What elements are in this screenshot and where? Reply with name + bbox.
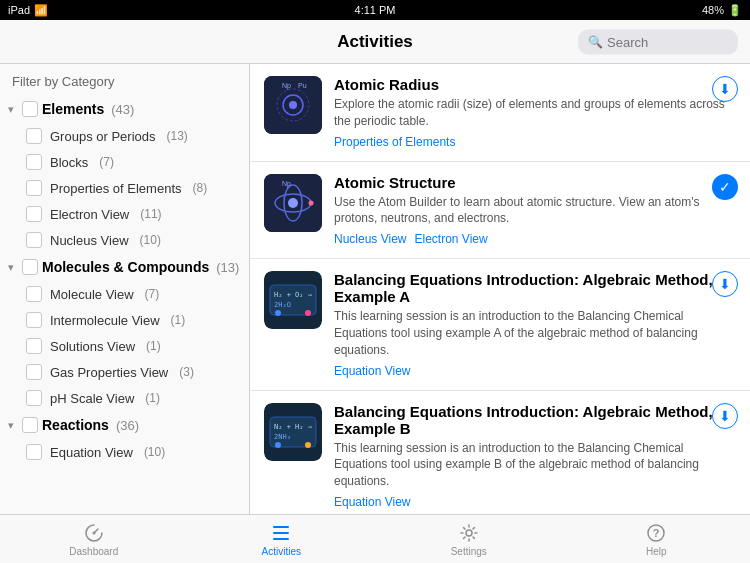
- checkbox-electron[interactable]: [26, 206, 42, 222]
- activity-info-atomic-radius: Atomic Radius Explore the atomic radii (…: [334, 76, 736, 149]
- tag-electron-view[interactable]: Electron View: [414, 232, 487, 246]
- checkbox-properties[interactable]: [26, 180, 42, 196]
- activity-thumb-balancing-alg-b: N₂ + H₂ → 2NH₃: [264, 403, 322, 461]
- svg-point-17: [275, 310, 281, 316]
- sidebar-item-nucleus[interactable]: Nucleus View (10): [0, 227, 249, 253]
- thumb-svg-atomic-structure: Np: [264, 174, 322, 232]
- svg-text:Np: Np: [282, 180, 291, 188]
- svg-rect-33: [273, 538, 289, 540]
- status-time: 4:11 PM: [355, 4, 396, 16]
- svg-point-10: [309, 200, 314, 205]
- sidebar-count-elements: (43): [111, 102, 134, 117]
- checkbox-equation[interactable]: [26, 444, 42, 460]
- activity-thumb-atomic-radius: Np Pu: [264, 76, 322, 134]
- svg-point-34: [466, 530, 472, 536]
- checkbox-nucleus[interactable]: [26, 232, 42, 248]
- tag-properties-of-elements[interactable]: Properties of Elements: [334, 135, 455, 149]
- download-button-balancing-alg-b[interactable]: ⬇: [712, 403, 738, 429]
- activity-tags-balancing-alg-b: Equation View: [334, 495, 736, 509]
- svg-text:N₂ + H₂ →: N₂ + H₂ →: [274, 423, 312, 431]
- checkbox-molecule-view[interactable]: [26, 286, 42, 302]
- sidebar: Filter by Category ▾ Elements (43) Group…: [0, 64, 250, 514]
- tag-nucleus-view[interactable]: Nucleus View: [334, 232, 406, 246]
- sidebar-section-molecules: ▾ Molecules & Compounds (13) Molecule Vi…: [0, 253, 249, 411]
- sidebar-item-groups[interactable]: Groups or Periods (13): [0, 123, 249, 149]
- tab-bar: Dashboard Activities Settings ? Help: [0, 514, 750, 563]
- checkbox-blocks[interactable]: [26, 154, 42, 170]
- sidebar-item-blocks[interactable]: Blocks (7): [0, 149, 249, 175]
- svg-point-22: [305, 442, 311, 448]
- sidebar-item-gas[interactable]: Gas Properties View (3): [0, 359, 249, 385]
- nav-bar: Activities 🔍: [0, 20, 750, 64]
- activity-title-balancing-alg-b: Balancing Equations Introduction: Algebr…: [334, 403, 736, 437]
- count-electron: (11): [140, 207, 161, 221]
- nav-title: Activities: [337, 32, 413, 52]
- count-gas: (3): [179, 365, 194, 379]
- label-intermolecule: Intermolecule View: [50, 313, 160, 328]
- tab-help[interactable]: ? Help: [563, 522, 751, 557]
- sidebar-item-intermolecule[interactable]: Intermolecule View (1): [0, 307, 249, 333]
- tag-equation-view-alg-a[interactable]: Equation View: [334, 364, 411, 378]
- sidebar-item-ph[interactable]: pH Scale View (1): [0, 385, 249, 411]
- tab-settings[interactable]: Settings: [375, 522, 563, 557]
- tab-activities[interactable]: Activities: [188, 522, 376, 557]
- thumb-svg-balancing-alg-a: H₂ + O₂ → 2H₂O: [264, 271, 322, 329]
- checkbox-ph[interactable]: [26, 390, 42, 406]
- search-bar[interactable]: 🔍: [578, 29, 738, 54]
- sidebar-parent-reactions[interactable]: ▾ Reactions (36): [0, 411, 249, 439]
- activity-thumb-balancing-alg-a: H₂ + O₂ → 2H₂O: [264, 271, 322, 329]
- sidebar-item-properties[interactable]: Properties of Elements (8): [0, 175, 249, 201]
- checkbox-intermolecule[interactable]: [26, 312, 42, 328]
- sidebar-item-solutions[interactable]: Solutions View (1): [0, 333, 249, 359]
- checkbox-gas[interactable]: [26, 364, 42, 380]
- tab-label-dashboard: Dashboard: [69, 546, 118, 557]
- activity-tags-atomic-structure: Nucleus View Electron View: [334, 232, 736, 246]
- activity-item-balancing-alg-b: N₂ + H₂ → 2NH₃ Balancing Equations Intro…: [250, 391, 750, 514]
- checkbox-molecules[interactable]: [22, 259, 38, 275]
- svg-text:H₂ + O₂ →: H₂ + O₂ →: [274, 291, 312, 299]
- svg-point-16: [305, 310, 311, 316]
- label-gas: Gas Properties View: [50, 365, 168, 380]
- checkbox-elements[interactable]: [22, 101, 38, 117]
- svg-text:?: ?: [653, 527, 660, 539]
- sidebar-item-equation[interactable]: Equation View (10): [0, 439, 249, 465]
- sidebar-parent-molecules[interactable]: ▾ Molecules & Compounds (13): [0, 253, 249, 281]
- checkbox-groups[interactable]: [26, 128, 42, 144]
- battery-icon: 🔋: [728, 4, 742, 17]
- svg-rect-31: [273, 526, 289, 528]
- sidebar-label-molecules: Molecules & Compounds: [42, 259, 209, 275]
- checkbox-solutions[interactable]: [26, 338, 42, 354]
- label-nucleus: Nucleus View: [50, 233, 129, 248]
- svg-point-30: [92, 531, 95, 534]
- sidebar-item-molecule-view[interactable]: Molecule View (7): [0, 281, 249, 307]
- sidebar-item-electron[interactable]: Electron View (11): [0, 201, 249, 227]
- activity-title-atomic-structure: Atomic Structure: [334, 174, 736, 191]
- wifi-icon: 📶: [34, 4, 48, 17]
- activity-tags-balancing-alg-a: Equation View: [334, 364, 736, 378]
- count-properties: (8): [193, 181, 208, 195]
- activity-title-balancing-alg-a: Balancing Equations Introduction: Algebr…: [334, 271, 736, 305]
- tag-equation-view-alg-b[interactable]: Equation View: [334, 495, 411, 509]
- search-input[interactable]: [607, 34, 728, 49]
- help-icon: ?: [645, 522, 667, 544]
- tab-dashboard[interactable]: Dashboard: [0, 522, 188, 557]
- count-intermolecule: (1): [171, 313, 186, 327]
- download-button-atomic-radius[interactable]: ⬇: [712, 76, 738, 102]
- sidebar-parent-elements[interactable]: ▾ Elements (43): [0, 95, 249, 123]
- activity-item-balancing-alg-a: H₂ + O₂ → 2H₂O Balancing Equations Intro…: [250, 259, 750, 390]
- activity-desc-atomic-structure: Use the Atom Builder to learn about atom…: [334, 194, 736, 228]
- sidebar-section-elements: ▾ Elements (43) Groups or Periods (13) B…: [0, 95, 249, 253]
- svg-point-23: [275, 442, 281, 448]
- tab-label-help: Help: [646, 546, 667, 557]
- label-electron: Electron View: [50, 207, 129, 222]
- thumb-svg-balancing-alg-b: N₂ + H₂ → 2NH₃: [264, 403, 322, 461]
- activities-icon: [270, 522, 292, 544]
- checkbox-reactions[interactable]: [22, 417, 38, 433]
- activity-info-balancing-alg-a: Balancing Equations Introduction: Algebr…: [334, 271, 736, 377]
- count-molecule-view: (7): [145, 287, 160, 301]
- tab-label-settings: Settings: [451, 546, 487, 557]
- download-button-balancing-alg-a[interactable]: ⬇: [712, 271, 738, 297]
- thumb-svg-atomic-radius: Np Pu: [264, 76, 322, 134]
- count-blocks: (7): [99, 155, 114, 169]
- activity-info-atomic-structure: Atomic Structure Use the Atom Builder to…: [334, 174, 736, 247]
